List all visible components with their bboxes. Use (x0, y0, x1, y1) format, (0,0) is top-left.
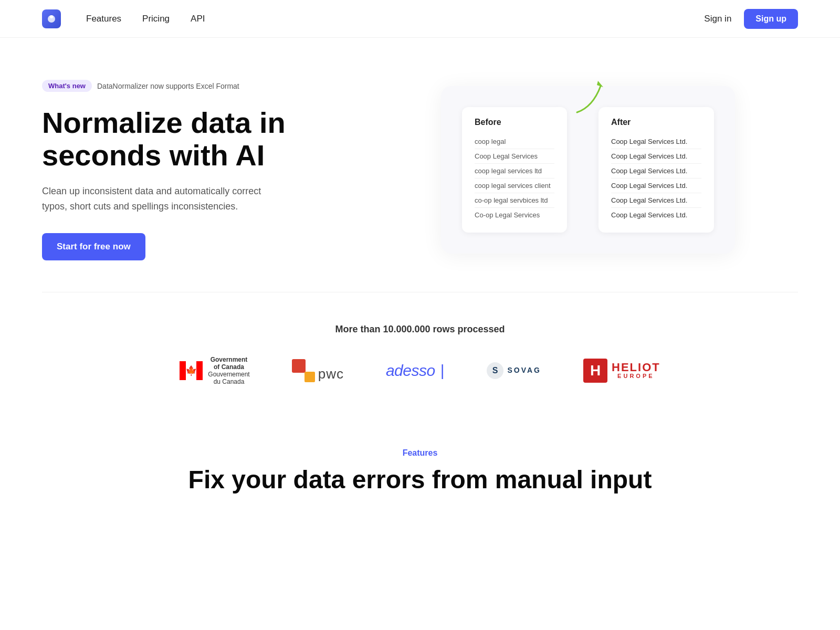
demo-before-row-2: Coop Legal Services (475, 149, 554, 164)
demo-after-panel: After Coop Legal Services Ltd. Coop Lega… (598, 107, 714, 233)
nav-links: Features Pricing API (86, 14, 704, 24)
heliot-main-text: HELIOT (612, 362, 660, 373)
nav-right: Sign in Sign up (704, 9, 798, 29)
nav-pricing[interactable]: Pricing (142, 14, 170, 24)
badge-text: DataNormalizer now supports Excel Format (97, 82, 239, 90)
features-label: Features (42, 448, 798, 458)
demo-before-panel: Before coop legal Coop Legal Services co… (462, 107, 567, 233)
hero-title: Normalize data in seconds with AI (42, 107, 336, 171)
sign-up-button[interactable]: Sign up (744, 9, 798, 29)
logo-pwc: pwc (292, 359, 344, 382)
demo-after-row-6: Coop Legal Services Ltd. (611, 208, 701, 222)
sovag-text: SOVAG (507, 366, 541, 374)
logo-sovag: S SOVAG (486, 362, 541, 380)
nav-features[interactable]: Features (86, 14, 121, 24)
logos-row: 🍁 Government of Canada Gouvernement du C… (42, 356, 798, 385)
demo-after-row-3: Coop Legal Services Ltd. (611, 164, 701, 178)
demo-after-row-5: Coop Legal Services Ltd. (611, 193, 701, 208)
canada-text-du: du Canada (208, 378, 249, 385)
sovag-text-group: SOVAG (507, 366, 541, 374)
hero-left: What's new DataNormalizer now supports E… (42, 80, 336, 260)
demo-after-row-2: Coop Legal Services Ltd. (611, 149, 701, 164)
pwc-wrapper: pwc (292, 359, 344, 382)
pwc-red-sq (292, 359, 306, 373)
adesso-text: adesso (386, 362, 435, 380)
demo-before-row-6: Co-op Legal Services (475, 208, 554, 222)
demo-inner: Before coop legal Coop Legal Services co… (462, 107, 714, 233)
hero-section: What's new DataNormalizer now supports E… (0, 38, 840, 292)
heliot-sub-text: EUROPE (612, 373, 660, 379)
logo-canada: 🍁 Government of Canada Gouvernement du C… (180, 356, 249, 385)
svg-point-1 (50, 15, 53, 18)
logo-icon (42, 9, 61, 28)
logo-heliot: H HELIOT EUROPE (583, 359, 660, 383)
canada-text-of: of Canada (208, 363, 249, 371)
svg-rect-4 (196, 361, 203, 380)
social-proof-title: More than 10.000.000 rows processed (42, 324, 798, 335)
social-proof-section: More than 10.000.000 rows processed 🍁 Go… (0, 292, 840, 406)
features-section: Features Fix your data errors from manua… (0, 406, 840, 515)
svg-text:🍁: 🍁 (185, 365, 197, 376)
adesso-pipe: | (440, 362, 445, 380)
arrow-svg (572, 76, 608, 118)
demo-before-row-5: co-op legal servbices ltd (475, 193, 554, 208)
demo-after-row-4: Coop Legal Services Ltd. (611, 178, 701, 193)
heliot-text-group: HELIOT EUROPE (612, 362, 660, 379)
features-title: Fix your data errors from manual input (42, 466, 798, 494)
canada-flag-icon: 🍁 (180, 359, 203, 382)
logo-adesso: adesso | (386, 362, 445, 380)
hero-subtitle: Clean up inconsistent data and automatic… (42, 184, 262, 214)
heliot-h-block: H (583, 359, 607, 383)
nav-api[interactable]: API (191, 14, 205, 24)
demo-card: Before coop legal Coop Legal Services co… (441, 86, 735, 254)
canada-text-fr: Gouvernement (208, 371, 249, 378)
sovag-icon: S (486, 362, 504, 380)
cta-button[interactable]: Start for free now (42, 233, 145, 260)
canada-text-en: Government (208, 356, 249, 363)
pwc-icon-group (292, 359, 315, 382)
demo-before-row-1: coop legal (475, 134, 554, 149)
nav-logo[interactable] (42, 9, 61, 28)
canada-text-group: Government of Canada Gouvernement du Can… (208, 356, 249, 385)
demo-before-title: Before (475, 118, 554, 127)
demo-after-title: After (611, 118, 701, 127)
hero-right: Before coop legal Coop Legal Services co… (378, 86, 798, 254)
pwc-text: pwc (318, 366, 344, 382)
demo-before-row-3: coop legal services ltd (475, 164, 554, 178)
badge-label: What's new (42, 80, 92, 92)
navbar: Features Pricing API Sign in Sign up (0, 0, 840, 38)
whats-new-badge: What's new DataNormalizer now supports E… (42, 80, 239, 92)
pwc-orange-sq (304, 372, 315, 382)
demo-before-row-4: coop legal services client (475, 178, 554, 193)
demo-after-row-1: Coop Legal Services Ltd. (611, 134, 701, 149)
sign-in-link[interactable]: Sign in (704, 14, 731, 24)
svg-text:S: S (492, 366, 498, 375)
